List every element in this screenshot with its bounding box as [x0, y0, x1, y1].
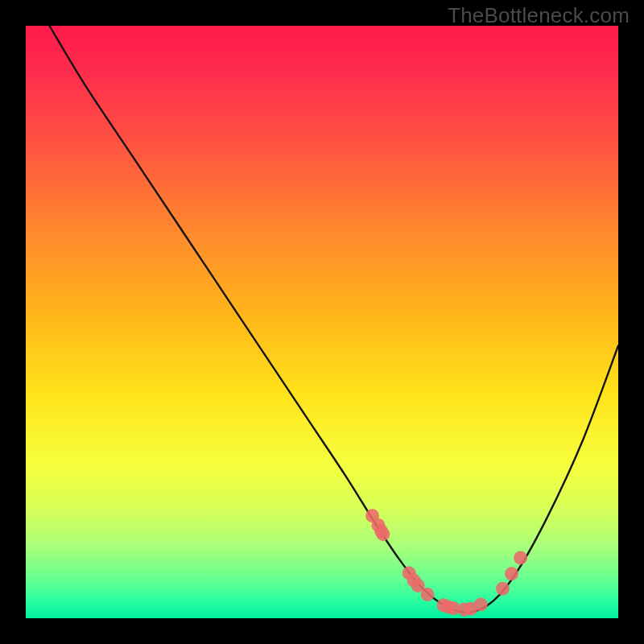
marker-point	[514, 551, 527, 564]
chart-container: TheBottleneck.com	[0, 0, 644, 644]
marker-point	[474, 598, 488, 612]
bottleneck-curve	[49, 26, 618, 613]
plot-area	[26, 26, 618, 618]
marker-point	[505, 567, 518, 580]
marker-point	[496, 582, 510, 596]
chart-svg	[26, 26, 618, 618]
marker-point	[421, 588, 435, 601]
marker-group	[365, 509, 527, 616]
watermark-text: TheBottleneck.com	[448, 3, 630, 28]
marker-point	[376, 527, 390, 541]
